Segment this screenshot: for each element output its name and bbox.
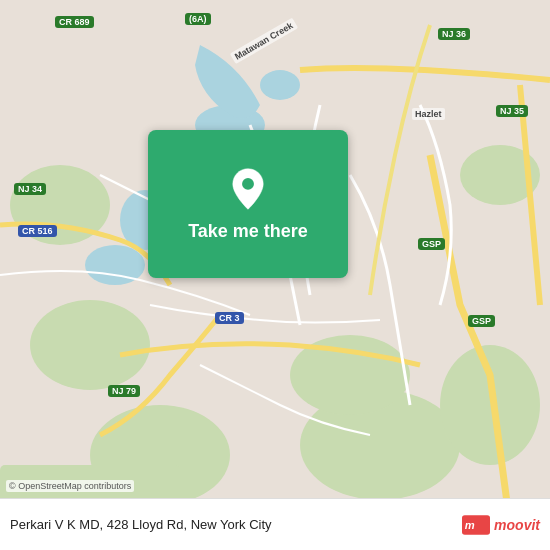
svg-point-1 [30, 300, 150, 390]
moovit-logo: m moovit [462, 515, 540, 535]
svg-point-12 [260, 70, 300, 100]
moovit-icon: m [462, 515, 490, 535]
address-line: Perkari V K MD, 428 Lloyd Rd, New York C… [10, 517, 272, 532]
take-me-there-label: Take me there [188, 221, 308, 242]
moovit-text: moovit [494, 517, 540, 533]
osm-attribution: © OpenStreetMap contributors [6, 480, 134, 492]
svg-point-4 [440, 345, 540, 465]
map-container: CR 689 (6A) NJ 36 NJ 35 NJ 34 CR 516 GSP… [0, 0, 550, 550]
bottom-bar: Perkari V K MD, 428 Lloyd Rd, New York C… [0, 498, 550, 550]
svg-point-13 [242, 178, 254, 190]
svg-text:m: m [465, 519, 475, 531]
location-pin-icon [226, 167, 270, 211]
take-me-there-card[interactable]: Take me there [148, 130, 348, 278]
